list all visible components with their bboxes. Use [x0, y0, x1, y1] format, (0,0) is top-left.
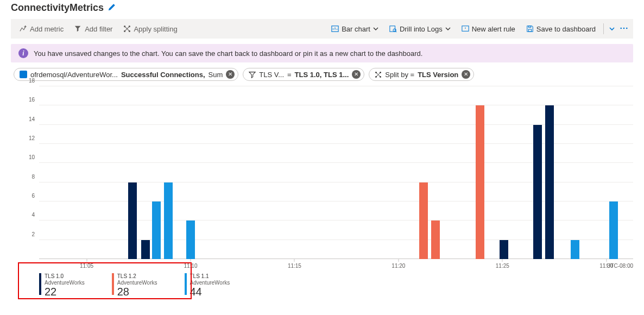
filter-op: =: [287, 71, 292, 79]
filter-icon: [249, 71, 256, 78]
svg-point-13: [376, 72, 377, 73]
metric-agg: Sum: [209, 71, 223, 79]
apply-splitting-label: Apply splitting: [134, 25, 177, 33]
svg-point-6: [393, 29, 396, 32]
pill-row: ofrdemosql/AdventureWor... Successful Co…: [0, 68, 644, 84]
bar-tls1.0[interactable]: [500, 240, 508, 259]
split-pill[interactable]: Split by = TLS Version ✕: [369, 68, 474, 81]
info-icon: i: [18, 48, 28, 58]
chart-toolbar: Add metric Add filter Apply splitting Ba…: [11, 19, 633, 39]
bar-tls1.1[interactable]: [164, 182, 173, 259]
unsaved-banner: i You have unsaved changes to the chart.…: [11, 44, 633, 62]
drill-logs-label: Drill into Logs: [400, 25, 443, 33]
svg-point-2: [124, 30, 125, 32]
separator: [603, 23, 604, 34]
bar-tls1.1[interactable]: [186, 220, 195, 259]
add-metric-button[interactable]: Add metric: [15, 23, 68, 35]
page-title: ConnectivityMetrics: [11, 2, 104, 14]
banner-text: You have unsaved changes to the chart. Y…: [34, 49, 422, 58]
resource-icon: [20, 71, 27, 78]
svg-point-12: [626, 27, 628, 29]
bar-tls1.0[interactable]: [128, 182, 137, 259]
legend-resource: AdventureWorks: [190, 280, 230, 286]
bar-tls1.1[interactable]: [609, 201, 618, 259]
metric-pill[interactable]: ofrdemosql/AdventureWor... Successful Co…: [14, 68, 238, 81]
bar-tls1.1[interactable]: [571, 240, 579, 259]
svg-point-10: [620, 27, 622, 29]
close-icon[interactable]: ✕: [226, 70, 235, 79]
bar-tls1.2[interactable]: [419, 182, 428, 259]
close-icon[interactable]: ✕: [352, 70, 361, 79]
x-tick: 11:15: [288, 263, 301, 269]
save-dashboard-label: Save to dashboard: [536, 25, 596, 33]
svg-point-3: [129, 30, 130, 32]
svg-rect-9: [528, 26, 531, 28]
metric-resource: ofrdemosql/AdventureWor...: [30, 71, 118, 79]
y-tick: 10: [29, 154, 35, 160]
bar-tls1.0[interactable]: [141, 240, 150, 259]
svg-point-14: [380, 72, 381, 73]
filter-value: TLS 1.0, TLS 1...: [295, 71, 349, 79]
bar-tls1.1[interactable]: [152, 201, 161, 259]
filter-pill[interactable]: TLS V... = TLS 1.0, TLS 1... ✕: [243, 68, 364, 81]
add-metric-label: Add metric: [30, 25, 64, 33]
legend-name: TLS 1.1: [190, 273, 230, 280]
svg-point-0: [124, 26, 125, 27]
y-tick: 14: [29, 116, 35, 122]
chevron-down-icon: [373, 25, 378, 33]
bar-tls1.0[interactable]: [533, 125, 542, 259]
x-tick: 11:25: [496, 263, 509, 269]
metric-name: Successful Connections,: [121, 71, 205, 79]
y-axis: 24681012141618: [11, 86, 38, 259]
drill-logs-button[interactable]: Drill into Logs: [385, 23, 455, 35]
y-tick: 8: [31, 173, 35, 179]
y-tick: 18: [29, 78, 35, 84]
chevron-down-icon: [445, 25, 451, 33]
y-tick: 6: [31, 193, 35, 199]
svg-point-1: [129, 26, 130, 27]
svg-rect-8: [528, 29, 531, 32]
chevron-down-icon[interactable]: [607, 23, 617, 35]
chart-type-select[interactable]: Bar chart: [327, 23, 383, 35]
chart-area: 24681012141618 UTC-08:00 11:0511:1011:15…: [11, 86, 633, 271]
split-icon: [375, 71, 382, 78]
y-tick: 2: [31, 231, 35, 237]
x-tick: 11:30: [599, 263, 613, 269]
bar-tls1.2[interactable]: [476, 105, 484, 259]
bar-tls1.2[interactable]: [431, 220, 440, 259]
close-icon[interactable]: ✕: [462, 70, 470, 79]
new-alert-label: New alert rule: [472, 25, 515, 33]
edit-icon[interactable]: [108, 3, 116, 12]
apply-splitting-button[interactable]: Apply splitting: [119, 23, 181, 35]
more-button[interactable]: [619, 23, 629, 35]
legend-value: 44: [190, 286, 230, 298]
split-value: TLS Version: [418, 71, 458, 79]
add-filter-button[interactable]: Add filter: [70, 23, 117, 35]
bar-tls1.0[interactable]: [545, 105, 554, 259]
svg-point-16: [380, 76, 381, 77]
y-tick: 12: [29, 135, 35, 141]
chart-bars: [39, 86, 633, 259]
add-filter-label: Add filter: [85, 25, 112, 33]
y-tick: 4: [31, 212, 35, 218]
filter-key: TLS V...: [259, 71, 284, 79]
y-tick: 16: [29, 97, 35, 103]
split-label: Split by =: [385, 71, 414, 79]
svg-point-11: [623, 27, 625, 29]
highlight-box: [18, 262, 192, 299]
save-dashboard-button[interactable]: Save to dashboard: [522, 23, 600, 35]
new-alert-button[interactable]: New alert rule: [457, 23, 520, 35]
x-tick: 11:20: [392, 263, 405, 269]
svg-point-15: [376, 76, 377, 77]
chart-type-label: Bar chart: [342, 25, 370, 33]
